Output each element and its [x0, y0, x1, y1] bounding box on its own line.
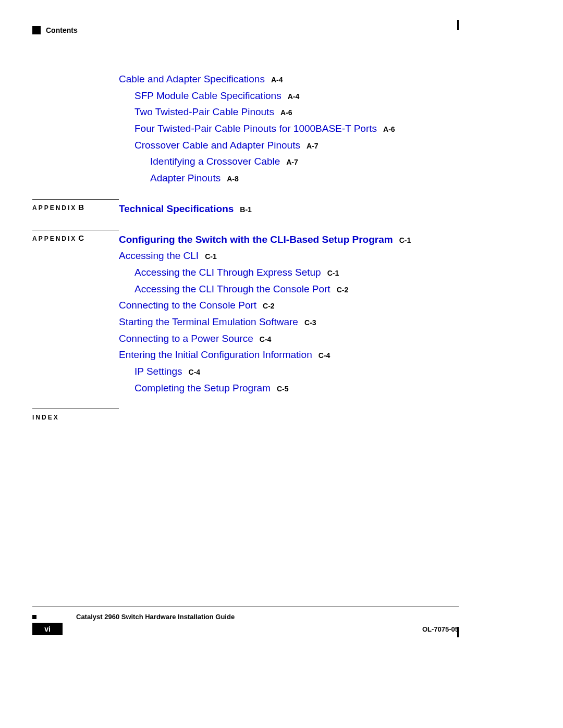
toc-entry: IP SettingsC-4: [134, 365, 459, 378]
toc-entry: Technical SpecificationsB-1: [119, 203, 459, 216]
footer-bullet-icon: [32, 615, 36, 619]
section-label: APPENDIXB: [32, 204, 84, 212]
section-entries: Technical SpecificationsB-1: [119, 203, 459, 219]
toc-entry: Connecting to a Power SourceC-4: [119, 332, 459, 346]
toc-entry: Four Twisted-Pair Cable Pinouts for 1000…: [134, 122, 459, 135]
toc-section: INDEX: [32, 412, 459, 422]
toc-pageref: A-6: [383, 125, 395, 133]
toc-pageref: B-1: [240, 205, 252, 214]
toc-entry: Accessing the CLI Through Express SetupC…: [134, 266, 459, 279]
toc-section: APPENDIXBTechnical SpecificationsB-1: [32, 203, 459, 219]
toc-entry: SFP Module Cable SpecificationsA-4: [134, 90, 459, 103]
section-label: INDEX: [32, 414, 59, 421]
toc-link[interactable]: IP Settings: [134, 366, 182, 377]
toc-entry: Starting the Terminal Emulation Software…: [119, 316, 459, 329]
toc-pageref: C-1: [327, 269, 339, 277]
toc-link[interactable]: Technical Specifications: [119, 203, 234, 214]
toc-link[interactable]: Two Twisted-Pair Cable Pinouts: [134, 106, 274, 117]
section-rule: [32, 230, 119, 230]
toc-pageref: A-7: [307, 142, 319, 150]
toc-pageref: C-2: [263, 302, 275, 310]
toc-link[interactable]: Connecting to a Power Source: [119, 333, 253, 344]
section-rule: [32, 199, 119, 200]
toc-link[interactable]: Identifying a Crossover Cable: [150, 156, 280, 167]
toc-link[interactable]: Four Twisted-Pair Cable Pinouts for 1000…: [134, 123, 377, 134]
toc-pageref: C-1: [205, 252, 217, 261]
toc-entry: Adapter PinoutsA-8: [150, 172, 459, 185]
toc-pageref: A-6: [280, 108, 292, 117]
toc-link[interactable]: Accessing the CLI Through the Console Po…: [134, 283, 331, 294]
toc-pageref: A-8: [227, 175, 239, 183]
toc-link[interactable]: Accessing the CLI: [119, 250, 199, 261]
section-label-cell: APPENDIXB: [32, 203, 119, 212]
toc-pageref: C-5: [277, 385, 289, 393]
toc-entry: Accessing the CLI Through the Console Po…: [134, 283, 459, 296]
footer-rule: [32, 607, 459, 607]
section-label-cell: APPENDIXC: [32, 233, 119, 243]
toc-entry: Completing the Setup ProgramC-5: [134, 382, 459, 395]
toc-pageref: A-7: [286, 158, 298, 166]
toc-pageref: C-2: [337, 286, 349, 294]
toc-link[interactable]: Cable and Adapter Specifications: [119, 73, 265, 84]
toc-link[interactable]: Starting the Terminal Emulation Software: [119, 316, 298, 327]
toc-entry: Two Twisted-Pair Cable PinoutsA-6: [134, 106, 459, 119]
toc-link[interactable]: Connecting to the Console Port: [119, 300, 256, 311]
toc-entry: Connecting to the Console PortC-2: [119, 299, 459, 312]
toc-entry: Entering the Initial Configuration Infor…: [119, 349, 459, 362]
footer-title: Catalyst 2960 Switch Hardware Installati…: [76, 613, 235, 621]
toc-pageref: C-4: [319, 351, 331, 360]
footer-title-row: Catalyst 2960 Switch Hardware Installati…: [32, 613, 459, 621]
toc-link[interactable]: Configuring the Switch with the CLI-Base…: [119, 234, 393, 245]
page-number: vi: [32, 623, 63, 635]
toc-pageref: C-3: [304, 318, 316, 327]
toc-content: Cable and Adapter SpecificationsA-4SFP M…: [32, 73, 459, 424]
toc-link[interactable]: Accessing the CLI Through Express Setup: [134, 267, 321, 278]
section-label-cell: INDEX: [32, 412, 119, 422]
section-label: APPENDIXC: [32, 235, 84, 242]
footer-num-row: vi OL-7075-05: [32, 623, 459, 635]
toc-entry: Configuring the Switch with the CLI-Base…: [119, 233, 459, 246]
toc-pageref: C-4: [260, 335, 272, 343]
crop-mark: [457, 627, 459, 637]
toc-pageref: A-4: [271, 76, 283, 84]
toc-section: Cable and Adapter SpecificationsA-4SFP M…: [32, 73, 459, 189]
header-bullet-icon: [32, 26, 41, 34]
toc-entry: Cable and Adapter SpecificationsA-4: [119, 73, 459, 86]
toc-pageref: A-4: [288, 92, 300, 101]
header-text: Contents: [46, 26, 78, 34]
toc-section: APPENDIXCConfiguring the Switch with the…: [32, 233, 459, 399]
toc-pageref: C-4: [189, 368, 201, 376]
toc-link[interactable]: Entering the Initial Configuration Infor…: [119, 349, 312, 360]
doc-number: OL-7075-05: [422, 625, 459, 633]
toc-link[interactable]: Adapter Pinouts: [150, 172, 221, 183]
toc-pageref: C-1: [399, 236, 411, 244]
section-entries: Cable and Adapter SpecificationsA-4SFP M…: [119, 73, 459, 189]
toc-entry: Crossover Cable and Adapter PinoutsA-7: [134, 139, 459, 152]
toc-link[interactable]: SFP Module Cable Specifications: [134, 90, 282, 101]
section-label-letter: B: [78, 203, 84, 212]
toc-entry: Identifying a Crossover CableA-7: [150, 155, 459, 168]
toc-entry: Accessing the CLIC-1: [119, 250, 459, 263]
page-header: Contents: [32, 26, 459, 34]
section-entries: Configuring the Switch with the CLI-Base…: [119, 233, 459, 399]
section-rule: [32, 409, 119, 409]
toc-link[interactable]: Crossover Cable and Adapter Pinouts: [134, 140, 300, 151]
toc-link[interactable]: Completing the Setup Program: [134, 382, 271, 393]
section-label-letter: C: [78, 233, 84, 242]
